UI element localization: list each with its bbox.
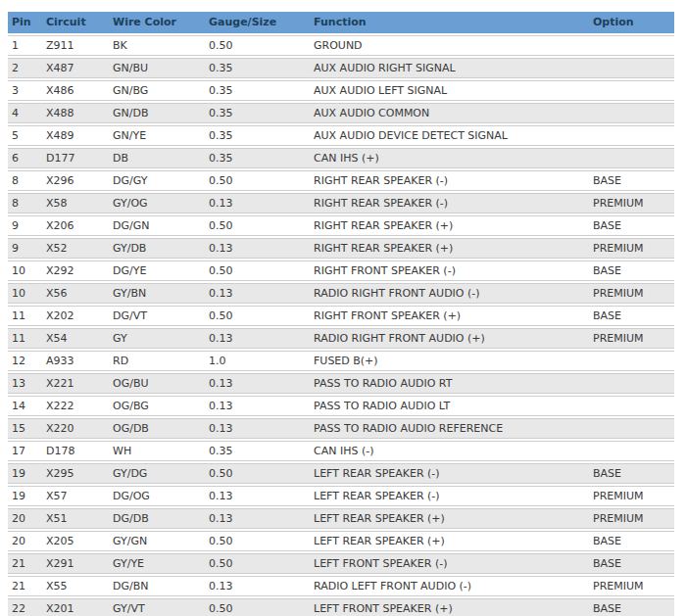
cell-function: RADIO RIGHT FRONT AUDIO (-) [310, 283, 589, 304]
cell-pin: 12 [8, 351, 42, 371]
cell-wire-color: DG/OG [109, 486, 205, 506]
table-row: 19X295GY/DG0.50LEFT REAR SPEAKER (-)BASE [8, 463, 674, 484]
cell-function: RIGHT REAR SPEAKER (+) [310, 215, 589, 236]
cell-function: GROUND [310, 35, 589, 56]
table-row: 2X487GN/BU0.35AUX AUDIO RIGHT SIGNAL [8, 58, 674, 78]
cell-option: BASE [589, 553, 674, 574]
cell-option [589, 351, 674, 371]
cell-circuit: D177 [42, 148, 109, 168]
cell-gauge: 1.0 [205, 351, 310, 371]
table-row: 4X488GN/DB0.35AUX AUDIO COMMON [8, 103, 674, 123]
cell-wire-color: GN/YE [109, 125, 205, 146]
cell-pin: 10 [8, 283, 42, 304]
cell-pin: 4 [8, 103, 42, 123]
cell-wire-color: BK [109, 35, 205, 56]
cell-option: PREMIUM [589, 193, 674, 213]
cell-circuit: X291 [42, 553, 109, 574]
cell-circuit: A933 [42, 351, 109, 371]
cell-wire-color: GY/OG [109, 193, 205, 213]
cell-wire-color: GY/YE [109, 553, 205, 574]
table-row: 1Z911BK0.50GROUND [8, 35, 674, 56]
cell-option [589, 35, 674, 56]
cell-option: PREMIUM [589, 328, 674, 349]
cell-gauge: 0.50 [205, 463, 310, 484]
cell-wire-color: GY/DB [109, 238, 205, 259]
cell-gauge: 0.13 [205, 328, 310, 349]
cell-circuit: X488 [42, 103, 109, 123]
cell-gauge: 0.50 [205, 170, 310, 191]
cell-wire-color: DG/DB [109, 508, 205, 529]
cell-function: LEFT FRONT SPEAKER (-) [310, 553, 589, 574]
cell-circuit: D178 [42, 441, 109, 461]
cell-pin: 15 [8, 418, 42, 439]
cell-circuit: X222 [42, 396, 109, 416]
cell-pin: 22 [8, 598, 42, 616]
cell-circuit: X55 [42, 576, 109, 596]
cell-pin: 19 [8, 463, 42, 484]
cell-pin: 21 [8, 553, 42, 574]
column-header-function: Function [310, 12, 589, 33]
cell-gauge: 0.13 [205, 418, 310, 439]
cell-wire-color: DG/GN [109, 215, 205, 236]
cell-wire-color: GY [109, 328, 205, 349]
cell-circuit: X292 [42, 261, 109, 281]
table-row: 22X201GY/VT0.50LEFT FRONT SPEAKER (+)BAS… [8, 598, 674, 616]
table-row: 11X202DG/VT0.50RIGHT FRONT SPEAKER (+)BA… [8, 306, 674, 326]
cell-function: LEFT FRONT SPEAKER (+) [310, 598, 589, 616]
cell-gauge: 0.50 [205, 306, 310, 326]
cell-pin: 5 [8, 125, 42, 146]
cell-option: BASE [589, 598, 674, 616]
cell-option [589, 103, 674, 123]
cell-option [589, 148, 674, 168]
cell-pin: 14 [8, 396, 42, 416]
cell-function: RIGHT REAR SPEAKER (-) [310, 193, 589, 213]
cell-pin: 3 [8, 80, 42, 101]
cell-circuit: X56 [42, 283, 109, 304]
table-row: 19X57DG/OG0.13LEFT REAR SPEAKER (-)PREMI… [8, 486, 674, 506]
column-header-pin: Pin [8, 12, 42, 33]
cell-function: LEFT REAR SPEAKER (+) [310, 508, 589, 529]
cell-option: PREMIUM [589, 576, 674, 596]
cell-function: LEFT REAR SPEAKER (-) [310, 463, 589, 484]
cell-function: LEFT REAR SPEAKER (-) [310, 486, 589, 506]
cell-gauge: 0.13 [205, 283, 310, 304]
cell-function: AUX AUDIO DEVICE DETECT SIGNAL [310, 125, 589, 146]
cell-option: BASE [589, 261, 674, 281]
cell-function: LEFT REAR SPEAKER (+) [310, 531, 589, 551]
cell-gauge: 0.13 [205, 238, 310, 259]
cell-circuit: X57 [42, 486, 109, 506]
column-header-wire-color: Wire Color [109, 12, 205, 33]
cell-pin: 2 [8, 58, 42, 78]
table-header-row: Pin Circuit Wire Color Gauge/Size Functi… [8, 12, 674, 33]
cell-option [589, 373, 674, 394]
table-row: 10X292DG/YE0.50RIGHT FRONT SPEAKER (-)BA… [8, 261, 674, 281]
cell-circuit: X486 [42, 80, 109, 101]
cell-wire-color: OG/BU [109, 373, 205, 394]
cell-pin: 11 [8, 328, 42, 349]
cell-wire-color: WH [109, 441, 205, 461]
cell-circuit: X295 [42, 463, 109, 484]
cell-circuit: X489 [42, 125, 109, 146]
table-body: 1Z911BK0.50GROUND2X487GN/BU0.35AUX AUDIO… [8, 35, 674, 616]
table-row: 5X489GN/YE0.35AUX AUDIO DEVICE DETECT SI… [8, 125, 674, 146]
table-row: 9X52GY/DB0.13RIGHT REAR SPEAKER (+)PREMI… [8, 238, 674, 259]
cell-gauge: 0.50 [205, 261, 310, 281]
cell-wire-color: OG/DB [109, 418, 205, 439]
cell-function: RADIO RIGHT FRONT AUDIO (+) [310, 328, 589, 349]
cell-option: BASE [589, 306, 674, 326]
cell-gauge: 0.35 [205, 125, 310, 146]
cell-option: BASE [589, 463, 674, 484]
cell-circuit: X296 [42, 170, 109, 191]
cell-gauge: 0.35 [205, 58, 310, 78]
cell-function: PASS TO RADIO AUDIO LT [310, 396, 589, 416]
cell-circuit: X220 [42, 418, 109, 439]
cell-pin: 20 [8, 508, 42, 529]
cell-circuit: X58 [42, 193, 109, 213]
cell-pin: 9 [8, 238, 42, 259]
cell-function: RIGHT REAR SPEAKER (+) [310, 238, 589, 259]
table-row: 9X206DG/GN0.50RIGHT REAR SPEAKER (+)BASE [8, 215, 674, 236]
table-row: 20X51DG/DB0.13LEFT REAR SPEAKER (+)PREMI… [8, 508, 674, 529]
cell-wire-color: GN/BU [109, 58, 205, 78]
table-row: 15X220OG/DB0.13PASS TO RADIO AUDIO REFER… [8, 418, 674, 439]
cell-option [589, 125, 674, 146]
